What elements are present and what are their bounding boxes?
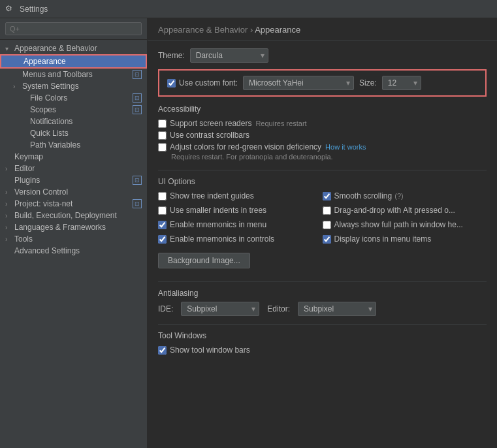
antialiasing-header: Antialiasing [158,289,487,298]
sidebar-item-label: Appearance & Behavior [14,44,142,53]
font-select-wrapper: Microsoft YaHei Arial Consolas Segoe UI [243,76,354,90]
sidebar-item-label: Advanced Settings [14,246,142,255]
contrast-scrollbars-label[interactable]: Use contrast scrollbars [158,131,249,140]
badge-icon: ⊡ [133,93,142,103]
sidebar-item-file-colors[interactable]: File Colors ⊡ [0,92,147,104]
full-path-label[interactable]: Always show full path in window he... [323,220,463,229]
show-tool-bars-text: Show tool window bars [170,345,250,355]
window-title: Settings [20,5,48,14]
mnemonics-menu-label[interactable]: Enable mnemonics in menu [158,220,266,229]
expand-arrow: › [13,83,21,90]
tree-indent-checkbox[interactable] [158,192,167,200]
smooth-scrolling-help-icon: (?) [394,192,403,200]
editor-antialias-select[interactable]: Subpixel Greyscale None [298,302,376,316]
breadcrumb-path: Appearance & Behavior [158,25,248,35]
font-select[interactable]: Microsoft YaHei Arial Consolas Segoe UI [243,76,354,90]
show-tool-bars-label[interactable]: Show tool window bars [158,345,250,355]
sidebar-item-languages[interactable]: › Languages & Frameworks [0,221,147,233]
mnemonics-controls-text: Enable mnemonics in controls [170,234,274,244]
accessibility-header: Accessibility [158,104,487,114]
sidebar-item-appearance-behavior[interactable]: ▾ Appearance & Behavior [0,42,147,54]
search-box [0,18,147,40]
expand-arrow: › [5,224,13,231]
drag-drop-text: Drag-and-drop with Alt pressed o... [334,206,455,215]
sidebar-item-label: Build, Execution, Deployment [14,211,142,220]
ui-options-grid: Show tree indent guides Smooth scrolling… [158,190,487,245]
tree-indent-row: Show tree indent guides [158,190,323,202]
custom-font-checkbox[interactable] [167,79,176,88]
sidebar-item-menus-toolbars[interactable]: Menus and Toolbars ⊡ [0,69,147,80]
show-tool-bars-checkbox[interactable] [158,346,167,355]
smooth-scrolling-checkbox[interactable] [323,192,331,200]
size-label: Size: [359,78,377,88]
sidebar-item-path-variables[interactable]: Path Variables [0,139,147,151]
sidebar-item-appearance[interactable]: Appearance [0,54,147,69]
display-icons-text: Display icons in menu items [334,234,432,244]
how-it-works-link[interactable]: How it works [325,143,366,151]
sidebar-item-system-settings[interactable]: › System Settings [0,80,147,92]
custom-font-checkbox-label[interactable]: Use custom font: [167,78,238,88]
sidebar-item-tools[interactable]: › Tools [0,233,147,245]
search-input[interactable] [5,22,142,35]
smaller-indents-text: Use smaller indents in trees [170,206,266,215]
tree-indent-label[interactable]: Show tree indent guides [158,191,254,200]
sidebar-item-label: Scopes [30,105,130,114]
mnemonics-controls-checkbox[interactable] [158,235,167,244]
ui-options-section: UI Options Show tree indent guides S [158,177,487,276]
display-icons-checkbox[interactable] [323,235,331,244]
sidebar-item-label: Keymap [14,152,142,161]
screen-readers-checkbox[interactable] [158,120,167,128]
sidebar-item-plugins[interactable]: Plugins ⊡ [0,174,147,186]
drag-drop-checkbox[interactable] [323,206,331,215]
expand-arrow: › [5,200,13,208]
screen-readers-label[interactable]: Support screen readers [158,119,251,128]
sidebar-item-keymap[interactable]: Keymap [0,151,147,163]
antialiasing-section: Antialiasing IDE: Subpixel Greyscale Non… [158,289,487,316]
red-green-checkbox[interactable] [158,143,167,152]
main-layout: ▾ Appearance & Behavior Appearance Menus… [0,18,497,448]
tree-indent-text: Show tree indent guides [170,191,254,200]
expand-arrow: › [5,189,13,196]
sidebar-item-label: Languages & Frameworks [14,223,142,232]
sidebar-item-build[interactable]: › Build, Execution, Deployment [0,210,147,221]
red-green-label[interactable]: Adjust colors for red-green vision defic… [158,142,321,152]
sidebar-item-label: Quick Lists [30,129,142,138]
sidebar-item-notifications[interactable]: Notifications [0,116,147,127]
custom-font-box: Use custom font: Microsoft YaHei Arial C… [158,69,487,97]
editor-antialias-label: Editor: [267,304,290,313]
theme-row: Theme: Darcula IntelliJ High Contrast [158,48,487,63]
protanopia-text: Requires restart. For protanopia and deu… [158,153,487,161]
contrast-scrollbars-text: Use contrast scrollbars [170,131,249,140]
background-image-button[interactable]: Background Image... [158,253,250,268]
smooth-scrolling-text: Smooth scrolling [334,191,393,200]
smaller-indents-checkbox[interactable] [158,206,167,215]
mnemonics-controls-row: Enable mnemonics in controls [158,233,323,245]
content-inner: Theme: Darcula IntelliJ High Contrast Us… [148,40,497,364]
size-select[interactable]: 10 11 12 13 14 16 [382,76,421,90]
drag-drop-label[interactable]: Drag-and-drop with Alt pressed o... [323,206,455,215]
mnemonics-menu-text: Enable mnemonics in menu [170,220,266,229]
sidebar-item-version-control[interactable]: › Version Control [0,186,147,198]
theme-label: Theme: [158,51,185,60]
mnemonics-controls-label[interactable]: Enable mnemonics in controls [158,234,274,244]
sidebar-item-quick-lists[interactable]: Quick Lists [0,127,147,139]
tool-windows-section: Tool Windows Show tool window bars [158,331,487,356]
full-path-checkbox[interactable] [323,221,331,229]
ide-antialias-select[interactable]: Subpixel Greyscale None [181,302,259,316]
sidebar-item-project[interactable]: › Project: vista-net ⊡ [0,198,147,210]
accessibility-section: Accessibility Support screen readers Req… [158,104,487,161]
theme-select[interactable]: Darcula IntelliJ High Contrast [190,48,268,63]
smaller-indents-label[interactable]: Use smaller indents in trees [158,206,266,215]
sidebar-item-advanced[interactable]: Advanced Settings [0,245,147,257]
expand-arrow: › [5,165,13,172]
sidebar-item-scopes[interactable]: Scopes ⊡ [0,104,147,116]
expand-arrow: ▾ [5,45,13,52]
display-icons-label[interactable]: Display icons in menu items [323,234,432,244]
screen-readers-text: Support screen readers [170,119,251,128]
contrast-scrollbars-checkbox[interactable] [158,131,167,140]
ide-antialias-wrapper: Subpixel Greyscale None [181,302,259,316]
sidebar-item-editor[interactable]: › Editor [0,163,147,174]
smooth-scrolling-label[interactable]: Smooth scrolling [323,191,393,200]
mnemonics-menu-checkbox[interactable] [158,221,167,229]
requires-restart-text: Requires restart [255,120,306,127]
